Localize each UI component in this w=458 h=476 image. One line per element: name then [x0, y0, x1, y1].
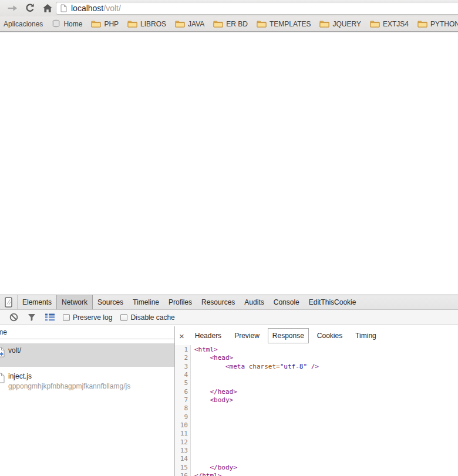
line-number: 13: [175, 447, 188, 455]
clear-requests-button[interactable]: [9, 313, 18, 322]
network-request-row[interactable]: volt/: [0, 343, 174, 367]
name-column-header: Name: [0, 328, 7, 336]
forward-arrow-icon: [7, 4, 18, 12]
code-line: [194, 438, 319, 447]
toggle-device-mode-button[interactable]: [0, 295, 18, 309]
detail-tab-preview[interactable]: Preview: [230, 328, 264, 343]
folder-icon: [213, 20, 223, 28]
network-rows: volt/inject.jsgppongmhjkpfnbhagpmjfkannf…: [0, 339, 174, 393]
response-source[interactable]: <html> <head> <meta charset="utf-8" /> <…: [191, 345, 319, 476]
reload-icon: [25, 3, 35, 13]
browser-toolbar: localhost/volt/: [0, 0, 458, 16]
line-number: 2: [175, 354, 188, 362]
line-number: 4: [175, 371, 188, 379]
network-request-row[interactable]: inject.jsgppongmhjkpfnbhagpmjfkannfbllam…: [0, 369, 174, 393]
bookmark-home-label: Home: [63, 20, 82, 28]
document-icon: [0, 373, 5, 385]
coins-favicon-icon: [52, 19, 60, 28]
devtools-panel: ElementsNetworkSourcesTimelineProfilesRe…: [0, 295, 458, 476]
bookmark-folder-python[interactable]: PYTHON: [416, 19, 458, 29]
code-line: </body>: [194, 464, 319, 472]
bookmarks-apps-label[interactable]: Aplicaciones: [4, 20, 43, 28]
bookmark-folder-er-bd[interactable]: ER BD: [211, 19, 250, 29]
folder-icon: [370, 20, 380, 28]
line-number: 9: [175, 413, 188, 421]
home-button[interactable]: [40, 1, 55, 15]
line-number: 6: [175, 388, 188, 396]
bookmark-home[interactable]: Home: [50, 18, 84, 29]
line-number: 16: [175, 472, 188, 476]
request-name: inject.js: [8, 372, 174, 380]
bookmark-folder-label: LIBROS: [140, 20, 166, 28]
line-number: 7: [175, 396, 188, 404]
device-icon: [5, 297, 12, 308]
detail-tab-cookies[interactable]: Cookies: [312, 328, 347, 343]
line-number: 1: [175, 346, 188, 354]
address-bar[interactable]: localhost/volt/: [56, 2, 458, 15]
preserve-log-checkbox[interactable]: [63, 314, 70, 321]
devtools-tab-audits[interactable]: Audits: [240, 295, 268, 309]
preserve-log-label: Preserve log: [73, 313, 112, 322]
resource-rows-toggle[interactable]: [45, 313, 55, 321]
detail-tab-response[interactable]: Response: [268, 328, 309, 343]
bookmark-folder-label: PYTHON: [430, 20, 458, 28]
preserve-log-option: Preserve log: [63, 313, 112, 322]
code-line: [194, 371, 319, 379]
code-line: [194, 455, 319, 463]
detail-tabs: HeadersPreviewResponseCookiesTiming: [187, 328, 381, 343]
folder-icon: [319, 20, 329, 28]
document-arrow-icon: [0, 347, 5, 359]
disable-cache-option: Disable cache: [120, 313, 174, 322]
devtools-tab-profiles[interactable]: Profiles: [164, 295, 197, 309]
line-number: 5: [175, 379, 188, 387]
devtools-tab-elements[interactable]: Elements: [18, 295, 56, 309]
bookmark-folder-php[interactable]: PHP: [89, 19, 120, 29]
bookmark-folder-label: JQUERY: [332, 20, 361, 28]
folder-icon: [175, 20, 185, 28]
detail-tabbar: × HeadersPreviewResponseCookiesTiming: [175, 326, 458, 345]
code-line: </head>: [194, 388, 319, 396]
bookmark-folder-java[interactable]: JAVA: [173, 19, 206, 29]
bookmark-folder-jquery[interactable]: JQUERY: [318, 19, 362, 29]
disable-cache-checkbox[interactable]: [120, 314, 127, 321]
page-content: [0, 33, 458, 295]
line-number-gutter: 12345678910111213141516: [175, 345, 191, 476]
home-icon: [42, 4, 53, 13]
bookmark-folder-templates[interactable]: TEMPLATES: [255, 19, 312, 29]
close-detail-icon[interactable]: ×: [179, 332, 184, 340]
disable-cache-label: Disable cache: [130, 313, 174, 322]
detail-tab-timing[interactable]: Timing: [351, 328, 381, 343]
line-number: 8: [175, 404, 188, 413]
bookmarks-folders: PHPLIBROSJAVAER BDTEMPLATESJQUERYEXTJS4P…: [89, 19, 458, 29]
bookmark-folder-label: ER BD: [226, 20, 248, 28]
devtools-tab-sources[interactable]: Sources: [93, 295, 128, 309]
devtools-tab-timeline[interactable]: Timeline: [128, 295, 164, 309]
request-detail-pane: × HeadersPreviewResponseCookiesTiming 12…: [175, 326, 458, 476]
devtools-tab-resources[interactable]: Resources: [197, 295, 240, 309]
request-name: volt/: [8, 346, 174, 355]
filter-button[interactable]: [28, 313, 36, 322]
devtools-tab-network[interactable]: Network: [56, 295, 93, 309]
code-line: [194, 447, 319, 455]
line-number: 14: [175, 455, 188, 463]
devtools-tabbar: ElementsNetworkSourcesTimelineProfilesRe…: [0, 295, 458, 310]
code-line: [194, 404, 319, 413]
bookmark-folder-label: TEMPLATES: [270, 20, 311, 28]
code-line: [194, 413, 319, 421]
url-path: /volt/: [103, 4, 121, 13]
reload-button[interactable]: [22, 1, 38, 15]
clear-icon: [9, 313, 18, 322]
devtools-tab-editthiscookie[interactable]: EditThisCookie: [304, 295, 361, 309]
bookmark-folder-libros[interactable]: LIBROS: [126, 19, 168, 29]
code-line: [194, 430, 319, 438]
code-line: <body>: [194, 396, 319, 404]
url-host: localhost: [71, 4, 103, 13]
network-request-list: Name volt/inject.jsgppongmhjkpfnbhagpmjf…: [0, 326, 175, 476]
network-list-header[interactable]: Name: [0, 326, 174, 339]
detail-tab-headers[interactable]: Headers: [190, 328, 226, 343]
bookmark-folder-extjs4[interactable]: EXTJS4: [368, 19, 410, 29]
code-line: <html>: [194, 346, 319, 354]
devtools-tab-console[interactable]: Console: [269, 295, 304, 309]
forward-button[interactable]: [5, 1, 20, 15]
bookmark-folder-label: PHP: [104, 20, 119, 28]
